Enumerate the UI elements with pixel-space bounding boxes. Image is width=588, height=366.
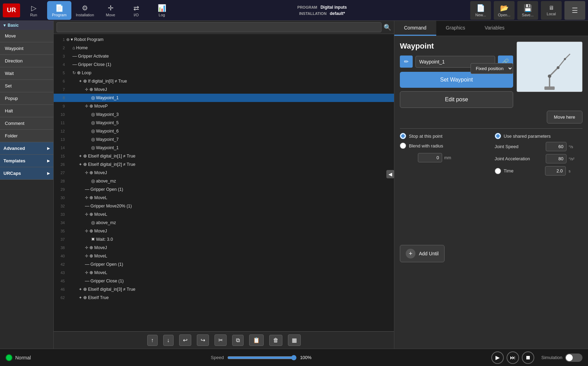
step-button[interactable]: ⏭	[507, 351, 519, 364]
search-button[interactable]: 🔍	[384, 24, 391, 31]
tab-command[interactable]: Command	[394, 21, 436, 36]
advanced-section[interactable]: Advanced ▶	[0, 142, 53, 155]
local-button[interactable]: 🖥 Local	[541, 1, 562, 20]
tree-row[interactable]: 13 ◎ Waypoint_7	[54, 135, 394, 144]
shared-params-col: Use shared parameters Joint Speed °/s Jo…	[495, 133, 583, 176]
move-up-button[interactable]: ↑	[147, 335, 158, 346]
tree-row[interactable]: 10 ◎ Waypoint_3	[54, 110, 394, 119]
stop-button[interactable]: ⏹	[522, 351, 534, 364]
tree-row[interactable]: 14 ◎ Waypoint_1	[54, 144, 394, 152]
sidebar-item-wait[interactable]: Wait	[0, 67, 53, 80]
save-button[interactable]: 💾 Save...	[517, 1, 538, 20]
tree-row[interactable]: 7 ✛ ⊕ MoveJ	[54, 85, 394, 94]
tree-row[interactable]: 3 — Gripper Activate	[54, 52, 394, 60]
nav-io[interactable]: ⇄ I/O	[124, 1, 148, 20]
tree-row[interactable]: 4 — Gripper Close (1)	[54, 60, 394, 69]
cut-button[interactable]: ✂	[214, 334, 227, 346]
tree-row[interactable]: 43 ✛ ⊕ MoveL	[54, 269, 394, 277]
grid-button[interactable]: ▦	[288, 334, 301, 346]
sidebar-item-direction[interactable]: Direction	[0, 55, 53, 67]
tree-row[interactable]: 26 ✦ ⊕ ElseIf digital_in[2] ≠ True	[54, 160, 394, 169]
extra-icon: ✛	[85, 87, 88, 92]
tree-row[interactable]: 2 ⌂ Home	[54, 44, 394, 52]
nav-move[interactable]: ✛ Move	[98, 1, 123, 20]
node-text: Waypoint_5	[96, 120, 393, 125]
tree-row[interactable]: 45 — Gripper Close (1)	[54, 277, 394, 285]
blend-value-input[interactable]	[418, 153, 442, 162]
paste-button[interactable]: 📋	[249, 334, 264, 346]
robot-preview	[517, 42, 582, 92]
tree-row[interactable]: 33 ✛ ⊕ MoveL	[54, 210, 394, 219]
tree-row[interactable]: 29 — Gripper Open (1)	[54, 185, 394, 194]
sidebar-item-popup[interactable]: Popup	[0, 92, 53, 105]
nav-installation[interactable]: ⚙ Installation	[73, 1, 97, 20]
copy-button[interactable]: ⧉	[232, 335, 244, 346]
tree-row[interactable]: 34 ◎ above_mz	[54, 219, 394, 227]
menu-button[interactable]: ☰	[564, 1, 585, 20]
use-shared-params-radio[interactable]	[495, 133, 501, 139]
node-icon: ⊕	[83, 295, 87, 300]
tree-row[interactable]: 35 ✛ ⊕ MoveJ	[54, 227, 394, 235]
node-text: MoveL	[94, 254, 393, 258]
tree-row[interactable]: 28 ◎ above_mz	[54, 177, 394, 185]
nav-run[interactable]: ▷ Run	[21, 1, 46, 20]
time-radio[interactable]	[495, 168, 501, 174]
play-button[interactable]: ▶	[491, 351, 504, 364]
new-button[interactable]: 📄 New...	[470, 1, 491, 20]
tree-row[interactable]: 27 ✛ ⊕ MoveJ	[54, 169, 394, 177]
tree-row[interactable]: 46 ✦ ⊕ ElseIf digital_in[3] ≠ True	[54, 285, 394, 293]
nav-program[interactable]: 📄 Program	[47, 1, 71, 20]
move-down-button[interactable]: ↓	[163, 335, 174, 346]
undo-button[interactable]: ↩	[179, 334, 191, 346]
tree-row[interactable]: 30 ✛ ⊕ MoveL	[54, 194, 394, 202]
node-text: Waypoint_1	[96, 95, 393, 100]
tree-row[interactable]: 37 ✖ Wait: 3.0	[54, 235, 394, 244]
add-until-button[interactable]: + Add Until	[400, 245, 445, 262]
stop-at-point-radio[interactable]	[400, 133, 406, 139]
open-button[interactable]: 📂 Open...	[494, 1, 515, 20]
tree-row[interactable]: 8 ◎ Waypoint_1	[54, 94, 394, 102]
set-waypoint-button[interactable]: Set Waypoint	[400, 72, 513, 88]
local-label: Local	[547, 12, 556, 16]
time-input[interactable]	[545, 166, 566, 176]
tree-row[interactable]: 6 ✦ ⊕ If digital_in[0] ≠ True	[54, 77, 394, 85]
tree-row[interactable]: 9 ✛ ⊕ MoveP	[54, 102, 394, 110]
joint-speed-input[interactable]	[546, 142, 567, 151]
tree-row[interactable]: 15 ✦ ⊕ ElseIf digital_in[1] ≠ True	[54, 152, 394, 160]
scroll-right-indicator[interactable]: ◀	[386, 170, 394, 178]
sidebar-item-comment[interactable]: Comment	[0, 117, 53, 130]
urcaps-section[interactable]: URCaps ▶	[0, 167, 53, 180]
line-number: 5	[55, 71, 65, 75]
tree-row[interactable]: 32 — Gripper Move20% (1)	[54, 202, 394, 210]
waypoint-edit-button[interactable]: ✏	[400, 56, 413, 68]
tree-row[interactable]: 11 ◎ Waypoint_5	[54, 119, 394, 127]
delete-button[interactable]: 🗑	[269, 335, 282, 346]
tree-row[interactable]: 62 ✦ ⊕ ElseIf True	[54, 293, 394, 302]
tree-row[interactable]: 5 ↻ ⊕ Loop	[54, 69, 394, 77]
line-number: 29	[55, 187, 65, 191]
tree-row[interactable]: 12 ◎ Waypoint_6	[54, 127, 394, 135]
joint-accel-input[interactable]	[546, 154, 567, 163]
speed-slider[interactable]	[227, 355, 297, 360]
tab-variables[interactable]: Variables	[475, 21, 514, 36]
sidebar-item-waypoint[interactable]: Waypoint	[0, 42, 53, 55]
templates-section[interactable]: Templates ▶	[0, 155, 53, 167]
sidebar-item-move[interactable]: Move	[0, 30, 53, 42]
extra-icon: ✛	[85, 270, 88, 275]
tree-row[interactable]: 42 — Gripper Open (1)	[54, 260, 394, 269]
edit-pose-button[interactable]: Edit pose	[400, 91, 513, 108]
search-input[interactable]	[56, 22, 381, 32]
move-here-button[interactable]: Move here	[547, 111, 582, 124]
sidebar-item-set[interactable]: Set	[0, 80, 53, 92]
tab-graphics[interactable]: Graphics	[436, 21, 475, 36]
nav-log[interactable]: 📊 Log	[150, 1, 174, 20]
blend-radius-radio[interactable]	[400, 143, 406, 149]
redo-button[interactable]: ↪	[197, 334, 209, 346]
sidebar-item-folder[interactable]: Folder	[0, 130, 53, 142]
tree-row[interactable]: 40 ✛ ⊕ MoveL	[54, 252, 394, 260]
tree-row[interactable]: 1 ⊕ ▾ Robot Program	[54, 35, 394, 44]
position-type-dropdown[interactable]: Fixed position	[471, 63, 513, 74]
tree-row[interactable]: 38 ✛ ⊕ MoveJ	[54, 244, 394, 252]
sidebar-item-halt[interactable]: Halt	[0, 105, 53, 117]
simulation-toggle[interactable]	[565, 354, 582, 362]
